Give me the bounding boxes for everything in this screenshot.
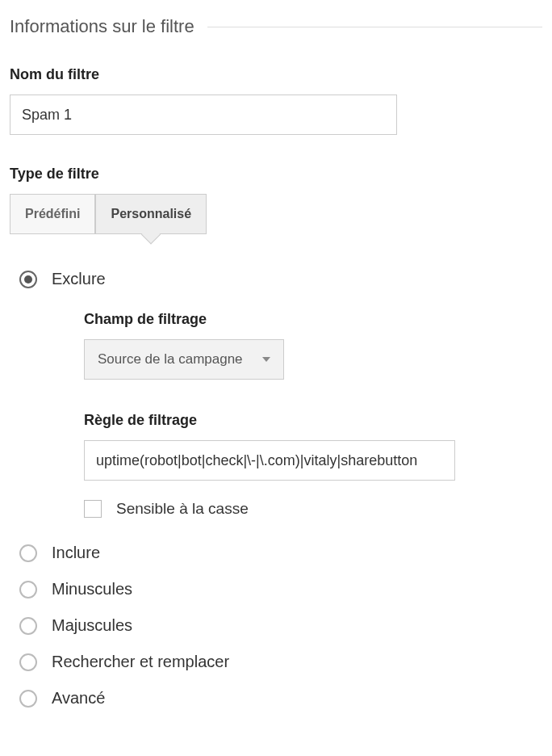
- radio-lowercase-label: Minuscules: [52, 580, 132, 598]
- dropdown-selected: Source de la campagne: [98, 351, 243, 368]
- filter-type-label: Type de filtre: [10, 166, 542, 183]
- radio-icon: [19, 617, 37, 635]
- filter-options: Exclure Champ de filtrage Source de la c…: [10, 270, 542, 708]
- radio-search-replace[interactable]: Rechercher et remplacer: [19, 653, 542, 671]
- radio-search-replace-label: Rechercher et remplacer: [52, 653, 229, 671]
- tab-group: Prédéfini Personnalisé: [10, 194, 542, 234]
- radio-icon: [19, 544, 37, 562]
- divider: [207, 27, 542, 27]
- filter-rule-label: Règle de filtrage: [84, 412, 542, 429]
- radio-exclude-label: Exclure: [52, 270, 106, 288]
- checkbox-icon: [84, 500, 102, 518]
- section-header: Informations sur le filtre: [10, 16, 542, 37]
- radio-icon: [19, 581, 37, 598]
- filter-name-input[interactable]: [10, 94, 397, 135]
- tab-custom[interactable]: Personnalisé: [95, 194, 207, 234]
- chevron-down-icon: [262, 357, 270, 362]
- radio-icon: [19, 271, 37, 288]
- radio-icon: [19, 690, 37, 708]
- radio-exclude[interactable]: Exclure: [19, 270, 542, 288]
- radio-icon: [19, 653, 37, 671]
- filter-name-block: Nom du filtre: [10, 66, 542, 135]
- radio-advanced[interactable]: Avancé: [19, 689, 542, 708]
- other-options: Inclure Minuscules Majuscules Rechercher…: [19, 544, 542, 708]
- filter-name-label: Nom du filtre: [10, 66, 542, 83]
- radio-uppercase-label: Majuscules: [52, 616, 132, 635]
- tab-predefined[interactable]: Prédéfini: [10, 194, 95, 234]
- radio-advanced-label: Avancé: [52, 689, 105, 708]
- radio-uppercase[interactable]: Majuscules: [19, 616, 542, 635]
- filter-field-dropdown[interactable]: Source de la campagne: [84, 339, 284, 380]
- radio-lowercase[interactable]: Minuscules: [19, 580, 542, 598]
- filter-rule-input[interactable]: [84, 440, 455, 481]
- radio-dot-icon: [24, 275, 32, 284]
- filter-type-block: Type de filtre Prédéfini Personnalisé: [10, 166, 542, 234]
- filter-field-label: Champ de filtrage: [84, 311, 542, 328]
- exclude-settings: Champ de filtrage Source de la campagne …: [19, 311, 542, 518]
- radio-include-label: Inclure: [52, 544, 100, 562]
- case-sensitive-label: Sensible à la casse: [116, 500, 249, 518]
- case-sensitive-checkbox[interactable]: Sensible à la casse: [84, 500, 542, 518]
- radio-include[interactable]: Inclure: [19, 544, 542, 562]
- section-title: Informations sur le filtre: [10, 16, 194, 37]
